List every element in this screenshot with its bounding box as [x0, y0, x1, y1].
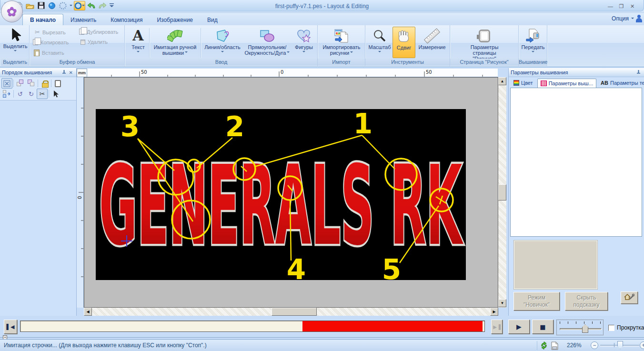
- tab-home[interactable]: В начало: [22, 14, 63, 25]
- beginner-mode-button[interactable]: Режим "Новичок": [513, 292, 560, 311]
- speed-slider[interactable]: [556, 320, 604, 335]
- send-button[interactable]: Передать: [521, 27, 545, 54]
- slider-track: [560, 328, 602, 330]
- measure-label: Измерение: [418, 44, 445, 50]
- zoom-percentage[interactable]: 226%: [567, 342, 582, 349]
- paste-icon: [34, 50, 40, 56]
- tab-text-attributes[interactable]: AB Параметры текс: [597, 78, 644, 88]
- play-button[interactable]: ▶: [508, 320, 530, 334]
- line-region-button[interactable]: Линия/область: [201, 27, 243, 54]
- annotation-label-3: 3: [121, 110, 140, 143]
- group-label-select: Выделить: [1, 59, 29, 66]
- tab-edit[interactable]: Изменить: [63, 14, 103, 25]
- rotate-ccw-button[interactable]: ↺: [15, 89, 26, 99]
- sewing-machine-icon: [525, 27, 541, 44]
- ribbon-group-clipboard: ✂ Вырезать Копировать Вставить Дублирова…: [30, 25, 125, 66]
- restore-button[interactable]: ❐: [616, 2, 626, 10]
- attributes-content[interactable]: [510, 88, 642, 237]
- tab-composition[interactable]: Композиция: [103, 14, 150, 25]
- go-to-start-button[interactable]: ▌◀: [4, 320, 17, 334]
- scroll-down-button[interactable]: ▼: [498, 299, 506, 307]
- move-forward-button[interactable]: [15, 78, 26, 89]
- scroll-checkbox[interactable]: [608, 325, 614, 331]
- zoom-out-button[interactable]: −: [591, 341, 598, 349]
- option-menu[interactable]: Опция: [612, 15, 629, 22]
- manual-punch-label-1: Имитация ручной: [154, 44, 197, 50]
- stop-button[interactable]: ■: [532, 320, 553, 334]
- rotate-cw-button[interactable]: ↻: [26, 89, 37, 99]
- page-settings-button[interactable]: Параметры страницы "Рисунок": [461, 27, 508, 61]
- skip-end-icon: ▶▐: [493, 324, 500, 330]
- cursor-arrow-icon: [10, 27, 21, 43]
- ribbon-group-select: Выделить Выделить: [1, 25, 30, 66]
- ribbon: Выделить Выделить ✂ Вырезать Копировать …: [0, 25, 644, 67]
- zoom-tool-button[interactable]: Масштаб: [368, 27, 391, 54]
- fit-page-icon[interactable]: [551, 341, 559, 351]
- delete-button: Удалить: [80, 39, 108, 45]
- scroll-up-button[interactable]: ▲: [498, 77, 506, 85]
- account-icon[interactable]: [636, 15, 642, 22]
- hide-hint-button[interactable]: Скрыть подсказку: [565, 292, 608, 311]
- line-region-icon: [215, 27, 230, 44]
- zoom-in-button[interactable]: +: [640, 341, 644, 349]
- import-images-button[interactable]: Импортировать рисунки: [320, 27, 363, 56]
- close-button[interactable]: ✕: [627, 2, 637, 10]
- application-menu-button[interactable]: ✿: [1, 0, 23, 22]
- pan-tool-button[interactable]: Сдвиг: [392, 27, 415, 58]
- minimize-button[interactable]: —: [605, 2, 615, 10]
- vscroll-thumb[interactable]: [498, 184, 506, 201]
- shapes-button[interactable]: Фигуры: [292, 27, 316, 54]
- simulation-progress-bar[interactable]: [20, 321, 485, 332]
- refresh-icon[interactable]: [540, 341, 548, 351]
- sew-order-button[interactable]: [1, 89, 12, 99]
- import-label-1: Импортировать: [322, 44, 360, 50]
- text-tool-button[interactable]: A Текст: [128, 27, 149, 54]
- order-select-button[interactable]: [50, 89, 61, 99]
- duplicate-icon: [79, 29, 84, 35]
- stop-icon: ■: [540, 323, 545, 331]
- scroll-right-button[interactable]: ▶: [490, 308, 498, 316]
- move-backward-button[interactable]: [26, 78, 37, 89]
- duplicate-button: Дублировать: [79, 29, 118, 35]
- trash-icon: [80, 40, 85, 45]
- tab-color[interactable]: Цвет: [510, 78, 536, 88]
- home-settings-button[interactable]: [621, 291, 638, 304]
- close-panel-icon[interactable]: ✕: [68, 70, 74, 75]
- select-dropdown-icon: [14, 50, 17, 53]
- design-page[interactable]: GENERALS RK: [96, 109, 466, 280]
- hoop-icon: [479, 27, 490, 44]
- annotation-label-1: 1: [353, 109, 372, 140]
- zoom-slider-thumb[interactable]: [617, 341, 623, 349]
- pin-icon[interactable]: [60, 70, 68, 75]
- ribbon-group-input: A Текст Имитация ручной: [125, 25, 318, 66]
- design-canvas[interactable]: GENERALS RK: [84, 77, 498, 308]
- manual-punch-button[interactable]: Имитация ручной вышивки: [151, 27, 200, 56]
- zoom-fit-button[interactable]: [1, 78, 12, 89]
- pin-icon[interactable]: [635, 70, 642, 75]
- ribbon-group-page: Параметры страницы "Рисунок" Страница "Р…: [450, 25, 519, 66]
- select-tool-button[interactable]: Выделить: [4, 27, 27, 53]
- text-dropdown-icon: [137, 51, 140, 54]
- tab-view[interactable]: Вид: [200, 14, 225, 25]
- rect-circle-arc-button[interactable]: Прямоугольник/ Окружность/Дуга: [244, 27, 290, 56]
- slider-thumb[interactable]: [582, 324, 588, 333]
- rect-circle-label-1: Прямоугольник/: [248, 44, 287, 50]
- horizontal-ruler: 50 0 50: [87, 69, 498, 77]
- tab-image[interactable]: Изображение: [150, 14, 200, 25]
- hand-icon: [399, 29, 409, 45]
- frame-button[interactable]: [52, 78, 63, 89]
- stitch-split-button[interactable]: ✂: [37, 89, 48, 99]
- sewing-order-panel: Порядок вышивания ✕ ↺: [0, 68, 77, 316]
- tab-sewing-attributes[interactable]: Параметры выш...: [537, 79, 596, 88]
- lock-button[interactable]: [39, 78, 50, 89]
- hscroll-thumb[interactable]: [272, 308, 317, 316]
- stitch-preview-box: [514, 241, 597, 289]
- canvas-hscrollbar[interactable]: ◀ ▶: [84, 308, 498, 316]
- scroll-left-button[interactable]: ◀: [84, 308, 92, 316]
- scissors-icon: ✂: [35, 29, 40, 36]
- option-dropdown-icon[interactable]: [631, 18, 634, 20]
- canvas-vscrollbar[interactable]: ▲ ▼: [498, 77, 506, 308]
- magnifier-icon: [373, 27, 386, 44]
- measure-tool-button[interactable]: Измерение: [417, 27, 447, 50]
- ruler-unit-box[interactable]: mm: [77, 69, 87, 77]
